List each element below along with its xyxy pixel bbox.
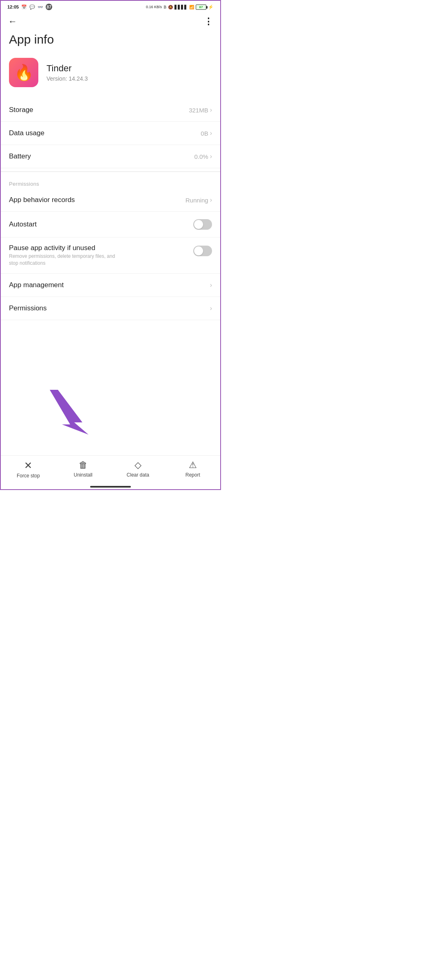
wifi-icon: 📶 [189, 5, 194, 9]
report-icon: ⚠ [189, 460, 197, 470]
network-speed: 0.16 KB/s [146, 5, 162, 9]
charging-icon: ⚡ [208, 4, 214, 10]
battery-value: 0.0% [194, 153, 208, 160]
notification-badge: 87 [46, 4, 52, 10]
clear-data-icon: ◇ [135, 460, 141, 470]
data-usage-value: 0B [201, 130, 208, 137]
report-button[interactable]: ⚠ Report [179, 460, 207, 478]
uninstall-label: Uninstall [74, 472, 93, 478]
calendar-icon: 📅 [21, 4, 27, 10]
tinder-flame-icon: 🔥 [14, 64, 33, 81]
status-bar-left: 12:05 📅 💬 👓 87 [7, 4, 52, 10]
report-label: Report [186, 472, 200, 478]
storage-chevron: › [210, 106, 212, 114]
svg-marker-1 [38, 390, 88, 435]
data-usage-row[interactable]: Data usage 0B › [1, 122, 220, 145]
pause-activity-toggle-knob [194, 246, 203, 255]
app-meta: Tinder Version: 14.24.3 [46, 63, 88, 82]
back-button[interactable]: ← [8, 16, 17, 27]
storage-row[interactable]: Storage 321MB › [1, 99, 220, 122]
battery-row[interactable]: Battery 0.0% › [1, 145, 220, 168]
app-management-chevron: › [210, 281, 212, 289]
uninstall-button[interactable]: 🗑 Uninstall [69, 460, 97, 478]
bluetooth-icon: 𝔹 [164, 5, 166, 9]
force-stop-icon: ✕ [24, 460, 32, 471]
app-behavior-row[interactable]: App behavior records Running › [1, 189, 220, 212]
home-indicator [90, 486, 131, 488]
signal-bars-icon: ▋▋▋▋ [175, 5, 188, 9]
autostart-toggle[interactable] [193, 219, 212, 230]
top-nav: ← ⋮ [1, 12, 220, 29]
autostart-row[interactable]: Autostart [1, 212, 220, 237]
data-usage-chevron: › [210, 130, 212, 137]
message-icon: 💬 [29, 4, 35, 10]
more-options-button[interactable]: ⋮ [204, 16, 213, 27]
app-version: Version: 14.24.3 [46, 75, 88, 82]
mute-icon: 🔕 [168, 5, 173, 9]
app-management-row[interactable]: App management › [1, 274, 220, 297]
divider [1, 171, 220, 172]
status-bar: 12:05 📅 💬 👓 87 0.16 KB/s 𝔹 🔕 ▋▋▋▋ 📶 87 ⚡ [1, 1, 220, 12]
clear-data-button[interactable]: ◇ Clear data [124, 460, 152, 478]
status-bar-right: 0.16 KB/s 𝔹 🔕 ▋▋▋▋ 📶 87 ⚡ [146, 4, 214, 10]
force-stop-label: Force stop [17, 473, 40, 479]
app-icon: 🔥 [9, 58, 38, 87]
info-rows: Storage 321MB › Data usage 0B › Battery … [1, 99, 220, 168]
battery-icon: 87 [196, 4, 206, 10]
arrow-annotation [25, 386, 99, 440]
pause-activity-toggle[interactable] [193, 246, 212, 256]
app-header: 🔥 Tinder Version: 14.24.3 [1, 55, 220, 99]
app-name: Tinder [46, 63, 88, 74]
face-icon: 👓 [38, 4, 43, 10]
status-time: 12:05 [7, 4, 19, 9]
autostart-toggle-knob [194, 220, 203, 229]
permissions-chevron: › [210, 305, 212, 312]
storage-value: 321MB [189, 107, 208, 114]
uninstall-icon: 🗑 [79, 460, 88, 470]
permissions-section-label: Permissions [1, 175, 220, 189]
battery-chevron: › [210, 153, 212, 160]
app-behavior-chevron: › [210, 196, 212, 204]
app-behavior-value: Running [186, 197, 208, 204]
force-stop-button[interactable]: ✕ Force stop [14, 460, 42, 479]
clear-data-label: Clear data [127, 472, 149, 478]
page-title: App info [1, 29, 220, 55]
pause-activity-row[interactable]: Pause app activity if unused Remove perm… [1, 237, 220, 274]
permissions-row[interactable]: Permissions › [1, 297, 220, 320]
bottom-action-bar: ✕ Force stop 🗑 Uninstall ◇ Clear data ⚠ … [1, 455, 220, 482]
